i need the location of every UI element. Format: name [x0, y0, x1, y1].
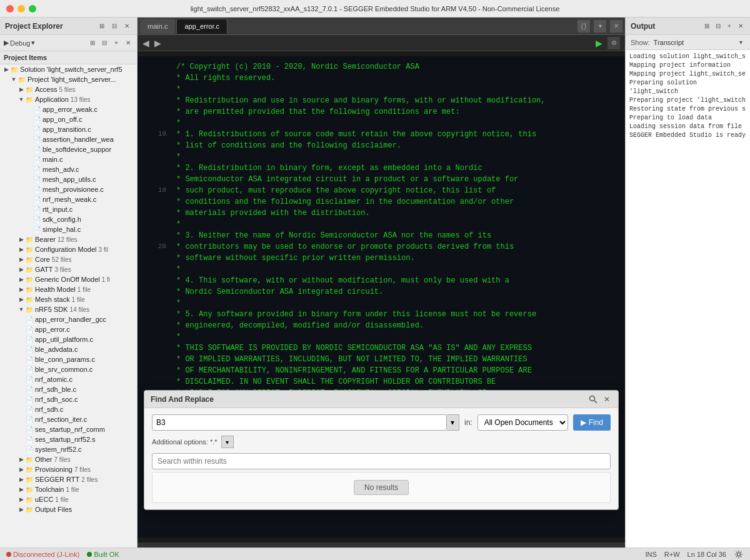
editor-scrollbar-h[interactable]: [138, 542, 625, 548]
file-nrf-section-iter[interactable]: 📄 nrf_section_iter.c: [0, 414, 137, 424]
sdk-file-icon-12: 📄: [25, 425, 34, 434]
file-app-transition[interactable]: 📄 app_transition.c: [0, 124, 137, 134]
file-nrf-mesh-weak[interactable]: 📄 nrf_mesh_weak.c: [0, 194, 137, 204]
sidebar-item-generic-onoff[interactable]: ▶ 📁 Generic OnOff Model 1 fi: [0, 274, 137, 284]
tab-app-error-c[interactable]: app_error.c: [176, 19, 228, 34]
file-mesh-adv[interactable]: 📄 mesh_adv.c: [0, 164, 137, 174]
output-icon-1[interactable]: ⊞: [702, 22, 711, 31]
sidebar-item-nrf5sdk[interactable]: ▼ 📁 nRF5 SDK 14 files: [0, 304, 137, 314]
toolchain-arrow: ▶: [18, 486, 25, 493]
sidebar-item-config-model[interactable]: ▶ 📁 Configuration Model 3 fil: [0, 244, 137, 254]
sidebar-close-icon[interactable]: ✕: [122, 21, 132, 31]
sidebar-layout-icon[interactable]: ⊞: [88, 38, 98, 48]
run-icon[interactable]: ▶: [596, 38, 602, 48]
file-app-onoff[interactable]: 📄 app_on_off.c: [0, 114, 137, 124]
output-line-8: Loading session data from file: [629, 122, 746, 131]
output-dropdown-icon[interactable]: ▾: [736, 38, 745, 47]
file-nrf-sdh-soc[interactable]: 📄 nrf_sdh_soc.c: [0, 394, 137, 404]
segger-folder-icon: 📁: [25, 475, 34, 484]
file-app-error-handler[interactable]: 📄 app_error_handler_gcc: [0, 314, 137, 324]
file-icon-11: 📄: [32, 205, 41, 214]
nav-back-icon[interactable]: ◀: [142, 38, 149, 48]
sidebar-item-access[interactable]: ▶ 📁 Access 5 files: [0, 84, 137, 94]
find-replace-close-icon[interactable]: ✕: [602, 394, 612, 404]
sidebar-item-health-model[interactable]: ▶ 📁 Health Model 1 file: [0, 284, 137, 294]
find-in-select[interactable]: All Open Documents Current Document Proj…: [478, 414, 568, 431]
sidebar-item-mesh-stack[interactable]: ▶ 📁 Mesh stack 1 file: [0, 294, 137, 304]
additional-expand-btn[interactable]: ▾: [221, 436, 234, 448]
sdk-file-icon-9: 📄: [25, 395, 34, 404]
output-close-icon[interactable]: ✕: [736, 22, 745, 31]
output-line-1: Loading solution light_switch_s: [629, 52, 746, 61]
editor-dropdown-icon[interactable]: ▾: [594, 20, 606, 32]
editor-close-icon[interactable]: ✕: [610, 20, 622, 32]
debug-selector[interactable]: ▶ Debug ▾: [4, 39, 35, 47]
find-input-dropdown[interactable]: ▾: [447, 414, 459, 431]
file-rtt-input[interactable]: 📄 rtt_input.c: [0, 204, 137, 214]
toolbar-settings-icon[interactable]: ⚙: [608, 37, 620, 49]
find-button[interactable]: ▶ Find: [573, 414, 611, 431]
sidebar-item-uecc[interactable]: ▶ 📁 uECC 1 file: [0, 494, 137, 504]
file-assertion[interactable]: 📄 assertion_handler_wea: [0, 134, 137, 144]
sidebar-item-toolchain[interactable]: ▶ 📁 Toolchain 1 file: [0, 484, 137, 494]
sidebar-header-icons: ⊞ ⊟ ✕: [97, 21, 132, 31]
tab-main-c[interactable]: main.c: [140, 19, 175, 34]
editor-nav-icon[interactable]: ⟨⟩: [578, 20, 590, 32]
status-settings-icon[interactable]: [734, 549, 744, 559]
sidebar-close-btn[interactable]: ✕: [123, 38, 133, 48]
sidebar-item-provisioning[interactable]: ▶ 📁 Provisioning 7 files: [0, 464, 137, 474]
sidebar-tree[interactable]: ▶ 📁 Solution 'light_switch_server_nrf5 ▼…: [0, 64, 137, 548]
file-app-error[interactable]: 📄 app_error.c: [0, 324, 137, 334]
file-nrf-sdh-ble[interactable]: 📄 nrf_sdh_ble.c: [0, 384, 137, 394]
find-input-wrap: ▾: [152, 414, 459, 431]
sidebar-solution[interactable]: ▶ 📁 Solution 'light_switch_server_nrf5: [0, 64, 137, 74]
close-button[interactable]: [6, 5, 14, 12]
file-ble-srv-common[interactable]: 📄 ble_srv_common.c: [0, 364, 137, 374]
file-ses-startup-nrf-comm[interactable]: 📄 ses_startup_nrf_comm: [0, 424, 137, 434]
sidebar-item-segger-rtt[interactable]: ▶ 📁 SEGGER RTT 2 files: [0, 474, 137, 484]
sidebar-item-other[interactable]: ▶ 📁 Other 7 files: [0, 454, 137, 464]
file-system-nrf52[interactable]: 📄 system_nrf52.c: [0, 444, 137, 454]
file-ble-conn-params[interactable]: 📄 ble_conn_params.c: [0, 354, 137, 364]
sidebar-icon-1[interactable]: ⊞: [97, 21, 107, 31]
file-ble-softdevice[interactable]: 📄 ble_softdevice_suppor: [0, 144, 137, 154]
minimize-button[interactable]: [18, 5, 25, 12]
maximize-button[interactable]: [29, 5, 36, 12]
sidebar-item-bearer[interactable]: ▶ 📁 Bearer 12 files: [0, 234, 137, 244]
sidebar-add-icon[interactable]: +: [111, 38, 121, 48]
sidebar-item-core[interactable]: ▶ 📁 Core 52 files: [0, 254, 137, 264]
search-within-input[interactable]: [152, 453, 611, 469]
sidebar-project[interactable]: ▼ 📁 Project 'light_switch_server...: [0, 74, 137, 84]
file-main[interactable]: 📄 main.c: [0, 154, 137, 164]
nav-forward-icon[interactable]: ▶: [154, 38, 161, 48]
nrf5-arrow: ▼: [18, 306, 25, 313]
other-arrow: ▶: [18, 456, 25, 463]
debug-dropdown-icon: ▾: [31, 39, 35, 47]
output-icon-3[interactable]: +: [725, 22, 734, 31]
file-nrf-atomic[interactable]: 📄 nrf_atomic.c: [0, 374, 137, 384]
sidebar-item-output-files[interactable]: ▶ 📁 Output Files: [0, 504, 137, 514]
file-app-error-weak[interactable]: 📄 app_error_weak.c: [0, 104, 137, 114]
sdk-file-icon-13: 📄: [25, 435, 34, 444]
gatt-arrow: ▶: [18, 266, 25, 273]
output-show-label: Show:: [631, 39, 650, 46]
position-status: Ln 18 Col 36: [688, 551, 726, 558]
sidebar-icon-2[interactable]: ⊟: [109, 21, 119, 31]
output-show-row: Show: Transcript ▾: [626, 35, 750, 50]
file-ses-startup-nrf52[interactable]: 📄 ses_startup_nrf52.s: [0, 434, 137, 444]
output-icon-2[interactable]: ⊟: [714, 22, 722, 31]
sidebar-item-application[interactable]: ▼ 📁 Application 13 files: [0, 94, 137, 104]
find-replace-search-icon[interactable]: [588, 394, 598, 404]
f-arrow9: [25, 186, 32, 193]
sidebar-item-gatt[interactable]: ▶ 📁 GATT 3 files: [0, 264, 137, 274]
file-ble-advdata[interactable]: 📄 ble_advdata.c: [0, 344, 137, 354]
find-search-input[interactable]: [152, 414, 447, 431]
file-mesh-app-utils[interactable]: 📄 mesh_app_utils.c: [0, 174, 137, 184]
file-nrf-sdh[interactable]: 📄 nrf_sdh.c: [0, 404, 137, 414]
file-app-util-platform[interactable]: 📄 app_util_platform.c: [0, 334, 137, 344]
sidebar-layout-icon2[interactable]: ⊟: [99, 38, 109, 48]
file-mesh-provisionee[interactable]: 📄 mesh_provisionee.c: [0, 184, 137, 194]
file-sdk-config[interactable]: 📄 sdk_config.h: [0, 214, 137, 224]
health-folder-icon: 📁: [25, 285, 34, 294]
file-simple-hal[interactable]: 📄 simple_hal.c: [0, 224, 137, 234]
